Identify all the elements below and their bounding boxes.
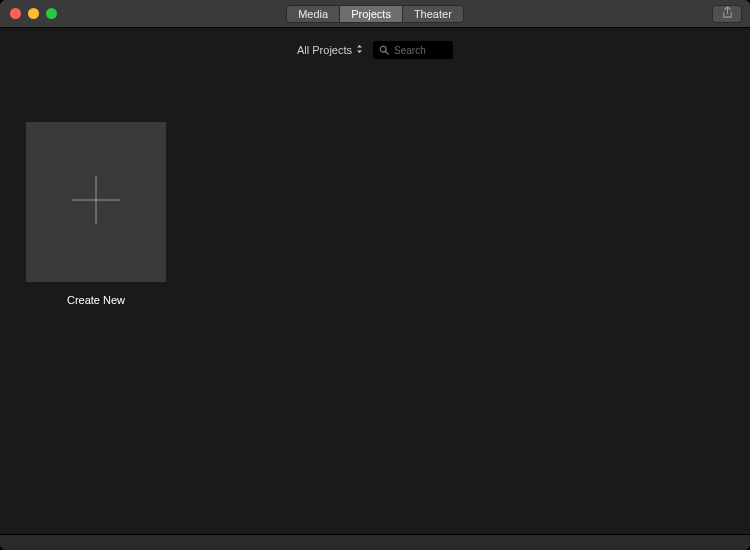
share-icon — [722, 5, 733, 23]
toolbar: All Projects — [0, 28, 750, 72]
project-filter-label: All Projects — [297, 44, 352, 56]
updown-arrows-icon — [356, 44, 363, 56]
titlebar: Media Projects Theater — [0, 0, 750, 28]
view-tabs: Media Projects Theater — [286, 5, 464, 23]
create-new-thumb — [26, 122, 166, 282]
plus-icon — [70, 174, 122, 230]
close-window-button[interactable] — [10, 8, 21, 19]
window-controls — [10, 8, 57, 19]
create-new-label: Create New — [67, 294, 125, 306]
footer-bar — [0, 534, 750, 550]
svg-line-1 — [386, 52, 389, 55]
project-filter-dropdown[interactable]: All Projects — [297, 44, 363, 56]
search-input[interactable] — [394, 45, 444, 56]
zoom-window-button[interactable] — [46, 8, 57, 19]
share-button[interactable] — [712, 5, 742, 23]
tab-theater[interactable]: Theater — [403, 6, 463, 22]
minimize-window-button[interactable] — [28, 8, 39, 19]
search-icon — [379, 41, 389, 59]
search-box[interactable] — [373, 41, 453, 59]
tab-projects[interactable]: Projects — [340, 6, 403, 22]
app-window: Media Projects Theater All Projects — [0, 0, 750, 550]
create-new-tile[interactable]: Create New — [26, 122, 166, 306]
tab-media[interactable]: Media — [287, 6, 340, 22]
projects-grid: Create New — [0, 72, 750, 534]
